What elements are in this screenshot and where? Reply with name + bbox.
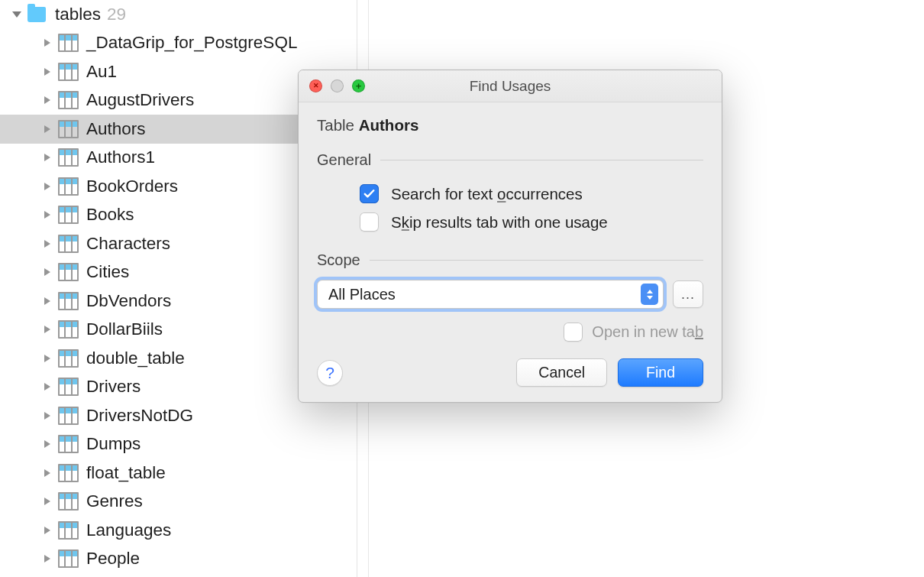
table-icon (58, 120, 79, 138)
table-icon (58, 148, 79, 167)
chevron-right-icon[interactable] (41, 352, 53, 365)
general-section-header: General (317, 151, 703, 169)
table-icon (58, 349, 79, 368)
chevron-right-icon[interactable] (41, 438, 53, 450)
window-controls (299, 79, 365, 92)
checkbox-icon[interactable] (360, 212, 379, 232)
chevron-right-icon[interactable] (41, 524, 53, 536)
tree-item-label: Cities (86, 262, 129, 282)
table-icon (58, 206, 79, 224)
table-icon (58, 407, 79, 425)
chevron-right-icon[interactable] (41, 323, 53, 336)
chevron-right-icon[interactable] (41, 467, 53, 479)
chevron-right-icon[interactable] (41, 37, 53, 49)
table-icon (58, 521, 79, 540)
option-search-text-occurrences[interactable]: Search for text occurrences (317, 180, 703, 208)
chevron-right-icon[interactable] (41, 66, 53, 78)
tree-item-label: People (86, 549, 140, 569)
table-icon (58, 292, 79, 310)
chevron-right-icon[interactable] (41, 553, 53, 565)
help-button[interactable]: ? (317, 360, 343, 386)
table-icon (58, 492, 79, 511)
scope-more-button[interactable]: ... (673, 280, 703, 308)
chevron-right-icon[interactable] (41, 209, 53, 221)
tree-item-label: Characters (86, 234, 170, 254)
tree-item[interactable]: Languages (0, 516, 357, 545)
chevron-right-icon[interactable] (41, 180, 53, 193)
folder-icon (27, 7, 46, 22)
subject-label: Table Authors (317, 116, 703, 135)
cancel-button[interactable]: Cancel (516, 358, 607, 387)
option-label: Search for text occurrences (391, 185, 583, 203)
option-open-in-new-tab[interactable]: Open in new tab (317, 323, 703, 342)
table-icon (58, 177, 79, 196)
minimize-icon (331, 79, 344, 92)
table-icon (58, 549, 79, 568)
scope-section-header: Scope (317, 251, 703, 269)
tree-item-label: Languages (86, 520, 171, 540)
chevron-right-icon[interactable] (41, 266, 53, 278)
scope-value: All Places (328, 286, 396, 303)
chevron-right-icon[interactable] (41, 123, 53, 135)
tree-item-label: DollarBiils (86, 319, 163, 339)
zoom-icon[interactable] (352, 79, 365, 92)
tree-item-label: Drivers (86, 377, 141, 397)
tree-item-label: Genres (86, 491, 143, 511)
chevron-right-icon[interactable] (41, 495, 53, 507)
chevron-right-icon[interactable] (41, 381, 53, 393)
tree-item-label: AugustDrivers (86, 90, 194, 110)
tree-item-label: Dumps (86, 434, 141, 454)
option-skip-results-tab[interactable]: Skip results tab with one usage (317, 208, 703, 236)
tree-item-label: Authors1 (86, 147, 155, 167)
find-usages-dialog: Find Usages Table Authors General Search… (298, 70, 722, 403)
tree-item-label: float_table (86, 463, 166, 483)
tree-item-label: DbVendors (86, 291, 171, 311)
scope-select[interactable]: All Places (317, 280, 664, 309)
chevron-right-icon[interactable] (41, 295, 53, 307)
find-button[interactable]: Find (618, 358, 703, 387)
table-icon (58, 320, 79, 339)
table-icon (58, 34, 79, 52)
tree-item-label: Books (86, 205, 134, 225)
folder-count: 29 (107, 5, 126, 24)
table-icon (58, 235, 79, 253)
checkbox-icon[interactable] (360, 184, 379, 203)
table-icon (58, 464, 79, 482)
table-icon (58, 91, 79, 109)
option-label: Skip results tab with one usage (391, 213, 608, 232)
tree-folder-tables[interactable]: tables 29 (0, 0, 357, 29)
titlebar[interactable]: Find Usages (299, 70, 722, 102)
chevron-right-icon[interactable] (41, 151, 53, 164)
chevron-right-icon[interactable] (41, 238, 53, 250)
chevron-right-icon[interactable] (41, 410, 53, 422)
table-icon (58, 378, 79, 396)
checkbox-icon[interactable] (564, 323, 583, 342)
tree-item-label: double_table (86, 348, 185, 368)
tree-item[interactable]: Dumps (0, 430, 357, 459)
chevron-right-icon[interactable] (41, 94, 53, 106)
tree-item-label: DriversNotDG (86, 406, 193, 426)
tree-item-label: _DataGrip_for_PostgreSQL (86, 33, 297, 53)
tree-item-label: Authors (86, 119, 146, 139)
tree-item[interactable]: float_table (0, 459, 357, 488)
tree-item[interactable]: Genres (0, 488, 357, 517)
table-icon (58, 435, 79, 453)
folder-label: tables (55, 5, 101, 24)
tree-item[interactable]: _DataGrip_for_PostgreSQL (0, 29, 357, 58)
table-icon (58, 63, 79, 81)
table-icon (58, 263, 79, 281)
tree-item-label: Au1 (86, 62, 117, 82)
chevron-down-icon[interactable] (11, 8, 23, 21)
updown-icon[interactable] (641, 284, 658, 305)
tree-item[interactable]: DriversNotDG (0, 401, 357, 430)
close-icon[interactable] (309, 79, 322, 92)
tree-item-label: BookOrders (86, 177, 178, 196)
tree-item[interactable]: People (0, 545, 357, 574)
